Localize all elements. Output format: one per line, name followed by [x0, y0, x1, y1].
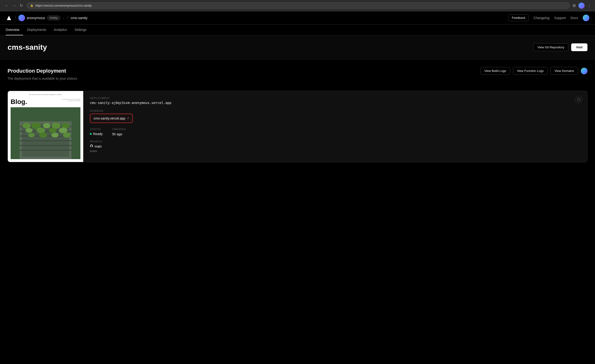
deployment-card-right: [570, 91, 587, 162]
svg-marker-0: [7, 15, 11, 20]
back-button[interactable]: ←: [4, 3, 9, 8]
browser-user-avatar: [579, 3, 585, 9]
deployment-url-section: DEPLOYMENT cms-sanity-aj0qz3sxm-anonymou…: [90, 97, 564, 105]
svg-point-21: [51, 133, 58, 137]
svg-point-17: [49, 128, 56, 133]
window-mode-button[interactable]: ⊞: [573, 3, 576, 8]
preview-blog-title: Blog.: [11, 98, 27, 105]
status-text: Ready: [93, 132, 103, 136]
svg-point-10: [22, 123, 31, 128]
header-right: Feedback Changelog Support Docs: [508, 14, 589, 21]
status-dot: [90, 133, 92, 135]
view-function-logs-button[interactable]: View Function Logs: [513, 67, 548, 75]
header-left: / anonymous Hobby ⌄ / cms-sanity: [6, 15, 87, 21]
project-name-nav[interactable]: cms-sanity: [71, 16, 87, 20]
project-actions: View Git Repository Visit: [533, 43, 588, 51]
changelog-link[interactable]: Changelog: [533, 16, 550, 20]
domains-box: cms-sanity.vercel.app ↗: [90, 114, 133, 123]
tab-deployments[interactable]: Deployments: [23, 25, 50, 35]
preview-image: [11, 107, 80, 159]
view-domains-button[interactable]: View Domains: [550, 67, 578, 75]
username-label: anonymous: [27, 16, 45, 20]
domains-section: DOMAINS cms-sanity.vercel.app ↗: [90, 109, 564, 128]
svg-point-19: [28, 133, 35, 137]
svg-point-16: [36, 127, 45, 133]
tab-settings[interactable]: Settings: [71, 25, 90, 35]
created-label: CREATED: [112, 128, 126, 131]
preview-source-text: The source code for this blog is availab…: [11, 94, 80, 95]
plan-badge: Hobby: [47, 15, 60, 20]
main-content: cms-sanity View Git Repository Visit Pro…: [0, 35, 595, 162]
preview-desc: A statically generated blog example usin…: [62, 98, 80, 101]
menu-button[interactable]: ⋮: [588, 3, 591, 8]
svg-point-22: [63, 133, 71, 138]
redeploy-button[interactable]: [575, 96, 582, 103]
docs-link[interactable]: Docs: [570, 16, 578, 20]
browser-right-icons: ⊞ ⋮: [573, 3, 591, 9]
branch-name: main: [95, 145, 102, 148]
forward-button[interactable]: →: [11, 3, 17, 8]
external-link-icon: ↗: [127, 117, 129, 120]
feedback-button[interactable]: Feedback: [508, 14, 529, 21]
svg-point-12: [43, 123, 50, 128]
tab-overview[interactable]: Overview: [6, 25, 23, 35]
svg-point-15: [25, 128, 33, 133]
user-section[interactable]: anonymous Hobby ⌄: [18, 15, 65, 21]
created-col: CREATED 5h ago: [112, 128, 126, 136]
view-build-logs-button[interactable]: View Build Logs: [480, 67, 510, 75]
svg-rect-8: [20, 145, 71, 146]
preview-inner: The source code for this blog is availab…: [8, 91, 83, 162]
domain-link[interactable]: cms-sanity.vercel.app ↗: [94, 116, 129, 120]
user-avatar: [18, 15, 25, 21]
separator-2: /: [67, 15, 68, 21]
vercel-logo[interactable]: [6, 15, 12, 21]
app-header: / anonymous Hobby ⌄ / cms-sanity Feedbac…: [0, 11, 595, 25]
refresh-button[interactable]: ↻: [19, 3, 24, 8]
status-col: STATUS Ready: [90, 128, 103, 136]
status-created-row: STATUS Ready CREATED 5h ago: [90, 128, 564, 136]
svg-point-20: [39, 133, 47, 138]
address-bar[interactable]: 🔒 https://vercel.com/anonymous/cms-sanit…: [27, 2, 570, 9]
branch-row: main: [90, 144, 564, 148]
visit-button[interactable]: Visit: [571, 43, 588, 51]
nav-tabs: Overview Deployments Analytics Settings: [0, 25, 595, 35]
project-title-area: cms-sanity View Git Repository Visit: [0, 35, 595, 59]
view-git-repository-button[interactable]: View Git Repository: [533, 43, 568, 51]
deployment-label: DEPLOYMENT: [90, 97, 564, 99]
deployment-card: The source code for this blog is availab…: [7, 91, 588, 162]
production-section: Production Deployment View Build Logs Vi…: [0, 59, 595, 91]
chevron-down-icon: ⌄: [62, 16, 65, 20]
svg-rect-7: [20, 140, 71, 141]
deployment-avatar: [581, 68, 588, 74]
project-title: cms-sanity: [7, 43, 47, 52]
support-link[interactable]: Support: [554, 16, 566, 20]
production-actions: View Build Logs View Function Logs View …: [480, 67, 588, 75]
separator-1: /: [15, 15, 16, 21]
svg-rect-9: [20, 150, 71, 151]
deployment-url: cms-sanity-aj0qz3sxm-anonymous.vercel.ap…: [90, 101, 564, 105]
status-row: Ready: [90, 132, 103, 136]
user-avatar-right[interactable]: [583, 15, 589, 21]
production-description: The deployment that is available to your…: [7, 77, 588, 80]
tab-analytics[interactable]: Analytics: [50, 25, 71, 35]
commit-message: icons: [90, 149, 564, 153]
deployment-info: DEPLOYMENT cms-sanity-aj0qz3sxm-anonymou…: [83, 91, 570, 162]
created-text: 5h ago: [112, 132, 122, 136]
browser-chrome: ← → ↻ 🔒 https://vercel.com/anonymous/cms…: [0, 0, 595, 11]
svg-point-18: [59, 127, 67, 133]
deployment-preview[interactable]: The source code for this blog is availab…: [8, 91, 83, 162]
domain-text: cms-sanity.vercel.app: [94, 116, 125, 120]
url-text: https://vercel.com/anonymous/cms-sanity: [35, 4, 92, 7]
browser-nav-buttons: ← → ↻: [4, 3, 24, 8]
production-title: Production Deployment: [7, 68, 66, 74]
production-header: Production Deployment View Build Logs Vi…: [7, 67, 588, 75]
preview-blog-header: Blog. A statically generated blog exampl…: [11, 97, 80, 106]
branch-label: BRANCH: [90, 140, 564, 143]
branch-section: BRANCH main icons: [90, 140, 564, 153]
domains-label: DOMAINS: [90, 109, 564, 112]
lock-icon: 🔒: [30, 4, 34, 7]
status-label: STATUS: [90, 128, 103, 131]
github-icon: [90, 144, 93, 148]
